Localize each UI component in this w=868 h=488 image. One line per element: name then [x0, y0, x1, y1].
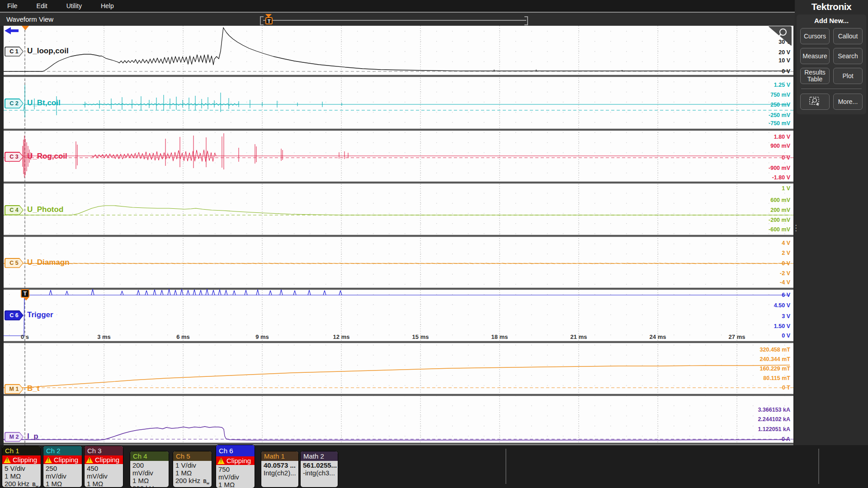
menu-file[interactable]: File [0, 2, 27, 9]
scale-label-c5: -2 V [780, 270, 790, 277]
scale-label-c4: 1 V [782, 185, 790, 192]
badge-math1-title: Math 1 [261, 451, 298, 461]
badge-ch5-impedance: 1 MΩ [175, 469, 209, 477]
view-title: Waveform View [6, 15, 53, 23]
record-view-right-bracket [524, 16, 528, 25]
badge-ch4-impedance: 1 MΩ [132, 477, 166, 484]
warning-icon [4, 457, 11, 463]
measure-button[interactable]: Measure [800, 48, 830, 64]
scale-label-c5: 0 V [782, 260, 790, 267]
badge-ch1-title: Ch 1 [2, 446, 41, 455]
channel-badge-m1[interactable]: M 1 [5, 384, 24, 394]
channel-name-m2: I_p [27, 432, 38, 441]
channel-badge-c6[interactable]: C 6 [5, 310, 24, 320]
menu-edit[interactable]: Edit [27, 2, 57, 9]
callout-button[interactable]: Callout [833, 28, 863, 44]
badge-ch3-scale: 450 mV/div [87, 465, 121, 480]
scale-label-c6: 4.50 V [774, 302, 790, 309]
scale-label-m1: 80.115 mT [763, 375, 790, 381]
channel-badge-c4[interactable]: C 4 [5, 205, 24, 215]
badge-ch4-title: Ch 4 [130, 451, 169, 461]
cursors-button[interactable]: Cursors [800, 28, 830, 44]
warning-icon [217, 458, 225, 464]
channel-name-c3: U_Rog,coil [27, 152, 67, 161]
plot-button[interactable]: Plot [833, 68, 863, 84]
badge-ch6-clipping: Clipping [216, 456, 255, 465]
badge-math2[interactable]: Math 2 561.0255...-intg(ch3... [301, 451, 338, 487]
channel-badge-label: M 1 [5, 385, 23, 394]
title-bar: Waveform View T [0, 12, 795, 26]
scale-label-c4: -600 mV [769, 226, 790, 233]
menu-bar: File Edit Utility Help [0, 0, 795, 12]
scale-label-c4: 200 mV [770, 207, 790, 213]
time-axis-label: 21 ms [571, 333, 587, 340]
scale-label-c3: 900 mV [770, 143, 790, 149]
search-button[interactable]: Search [833, 48, 863, 64]
scale-label-c5: 4 V [782, 240, 790, 246]
badge-ch1-scale: 5 V/div [5, 465, 38, 472]
channel-badge-m2[interactable]: M 2 [5, 432, 24, 442]
channel-badge-label: C 1 [5, 47, 23, 56]
results-table-button[interactable]: Results Table [800, 68, 830, 84]
time-axis-label: 6 ms [176, 333, 190, 340]
channel-badge-c1[interactable]: C 1 [5, 47, 24, 56]
badge-ch1-clipping: Clipping [2, 455, 41, 464]
trigger-level-arrow-icon[interactable] [4, 26, 19, 36]
scale-label-m1: 0 T [782, 385, 790, 391]
scale-label-m2: 0 A [782, 436, 790, 442]
scale-label-m1: 240.344 mT [760, 356, 790, 362]
badge-ch2[interactable]: Ch 2 Clipping 250 mV/div1 MΩ200 kHzBw [43, 446, 82, 487]
oscilloscope-app: File Edit Utility Help Waveform View T T… [0, 0, 868, 488]
channel-badge-c5[interactable]: C 5 [5, 258, 24, 268]
scale-label-m2: 2.244102 kA [758, 416, 790, 422]
scale-label-c1: 20 V [778, 49, 790, 56]
scale-label-m2: 3.366153 kA [758, 407, 790, 413]
time-axis-label: 12 ms [333, 333, 350, 340]
channel-badge-c2[interactable]: C 2 [5, 99, 24, 108]
status-divider [818, 449, 819, 484]
time-axis-label: 15 ms [412, 333, 429, 340]
time-axis-label: 0 s [21, 333, 29, 340]
scale-label-c3: 1.80 V [774, 134, 790, 140]
scale-label-c3: -900 mV [769, 165, 790, 171]
warning-icon [45, 457, 52, 463]
badge-math2-expr: -intg(ch3... [303, 469, 335, 477]
bandwidth-limit-icon: Bw [33, 481, 38, 487]
scale-label-m1: 160.229 mT [760, 366, 790, 372]
channel-badge-label: C 4 [5, 206, 23, 215]
scale-label-c2: 1.25 V [774, 82, 790, 88]
scale-label-c4: -200 mV [769, 217, 790, 223]
channel-badge-label: C 5 [5, 259, 23, 267]
badge-math1[interactable]: Math 1 40.0573 ...Intg(ch2)... [261, 451, 298, 487]
badge-ch2-clipping: Clipping [43, 455, 82, 464]
settings-bar: Ch 1 Clipping 5 V/div1 MΩ200 kHzBw Ch 2 … [0, 445, 868, 488]
scale-label-c3: 0 V [782, 155, 790, 161]
badge-math2-title: Math 2 [301, 451, 338, 461]
badge-ch5-bandwidth: 200 kHz [175, 477, 200, 484]
channel-badge-c3[interactable]: C 3 [5, 152, 24, 162]
trigger-position-flag-icon[interactable]: T [265, 17, 273, 24]
channel-name-c5: U_Diamagn [27, 258, 70, 267]
record-view-track[interactable] [263, 20, 526, 21]
menu-help[interactable]: Help [91, 2, 123, 9]
badge-ch3-clipping: Clipping [85, 455, 123, 464]
more-button[interactable]: More... [833, 94, 863, 110]
badge-ch4[interactable]: Ch 4 200 mV/div1 MΩ200 kHzBw [130, 451, 169, 487]
badge-ch3[interactable]: Ch 3 Clipping 450 mV/div1 MΩ200 kHzBw [85, 446, 123, 487]
badge-ch5[interactable]: Ch 5 1 V/div1 MΩ200 kHzBw [173, 451, 212, 487]
scale-label-c5: 2 V [782, 250, 790, 256]
badge-ch1[interactable]: Ch 1 Clipping 5 V/div1 MΩ200 kHzBw [2, 446, 41, 487]
trigger-point-flag-icon[interactable]: T [21, 289, 29, 298]
time-axis-label: 9 ms [255, 333, 269, 340]
badge-ch6-title: Ch 6 [216, 445, 255, 456]
scale-label-c5: -4 V [780, 279, 790, 286]
badge-ch6-selected[interactable]: Ch 6 Clipping 750 mV/div1 MΩ200 kHzBw [216, 445, 255, 488]
badge-math1-value: 40.0573 ... [264, 461, 296, 469]
zoom-select-button[interactable] [800, 94, 830, 110]
menu-utility[interactable]: Utility [57, 2, 91, 9]
scale-label-m1: 320.458 mT [760, 347, 790, 353]
channel-badge-label: C 6 [5, 311, 23, 320]
waveform-plot[interactable]: C 1U_loop,coil30 V20 V10 V0 VC 2U_Bt,coi… [4, 26, 793, 445]
badge-ch2-scale: 250 mV/div [46, 465, 80, 480]
badge-ch6-scale: 750 mV/div [218, 465, 252, 481]
